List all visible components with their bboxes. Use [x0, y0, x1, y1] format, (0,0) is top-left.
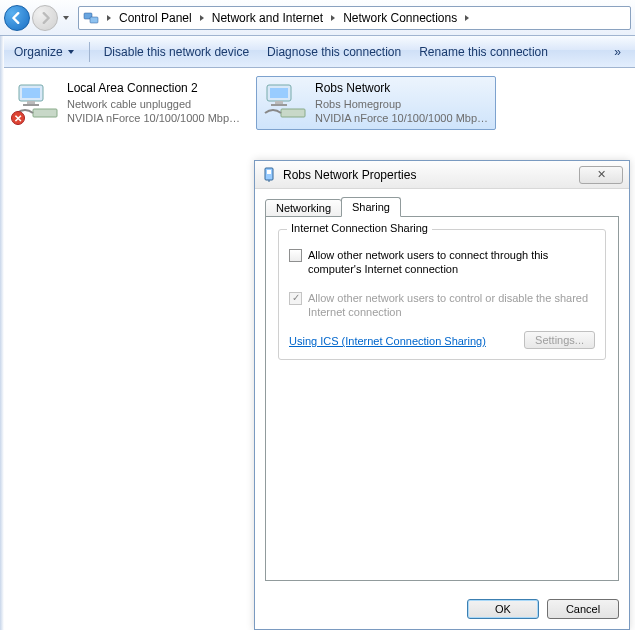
svg-rect-9 [275, 101, 283, 104]
forward-button [32, 5, 58, 31]
svg-rect-8 [270, 88, 288, 98]
separator [89, 42, 90, 62]
toolbar-overflow-button[interactable]: » [606, 41, 629, 63]
back-button[interactable] [4, 5, 30, 31]
recent-pages-dropdown[interactable] [60, 14, 72, 22]
tab-networking[interactable]: Networking [265, 199, 342, 217]
close-button[interactable]: ✕ [579, 166, 623, 184]
allow-connect-label: Allow other network users to connect thr… [308, 248, 595, 277]
ics-help-link[interactable]: Using ICS (Internet Connection Sharing) [289, 335, 486, 347]
tab-strip: Networking Sharing [265, 197, 619, 217]
svg-rect-13 [267, 170, 271, 174]
properties-dialog: Robs Network Properties ✕ Networking Sha… [254, 160, 630, 630]
chevron-right-icon[interactable] [327, 14, 339, 22]
network-icon [261, 167, 277, 183]
svg-rect-1 [90, 17, 98, 23]
disable-device-button[interactable]: Disable this network device [96, 41, 257, 63]
allow-control-checkbox: ✓ [289, 292, 302, 305]
tab-sharing[interactable]: Sharing [341, 197, 401, 217]
svg-rect-11 [281, 109, 305, 117]
connection-device: NVIDIA nForce 10/100/1000 Mbps... [315, 111, 491, 125]
connection-item[interactable]: Robs Network Robs Homegroup NVIDIA nForc… [256, 76, 496, 130]
tab-page-sharing: Internet Connection Sharing Allow other … [265, 216, 619, 581]
error-badge-icon: ✕ [11, 111, 25, 125]
navigation-bar: Control Panel Network and Internet Netwo… [0, 0, 635, 36]
breadcrumb-network-connections[interactable]: Network Connections [339, 7, 461, 29]
allow-control-label: Allow other network users to control or … [308, 291, 595, 320]
group-title: Internet Connection Sharing [287, 222, 432, 234]
dialog-title: Robs Network Properties [283, 168, 579, 182]
connection-name: Robs Network [315, 81, 491, 97]
network-adapter-icon [261, 81, 309, 123]
svg-rect-3 [22, 88, 40, 98]
allow-connect-checkbox[interactable] [289, 249, 302, 262]
chevron-right-icon[interactable] [461, 14, 473, 22]
diagnose-connection-button[interactable]: Diagnose this connection [259, 41, 409, 63]
svg-rect-5 [23, 104, 39, 106]
dialog-titlebar[interactable]: Robs Network Properties ✕ [255, 161, 629, 189]
connection-item[interactable]: ✕ Local Area Connection 2 Network cable … [8, 76, 248, 130]
connection-status: Network cable unplugged [67, 97, 243, 111]
breadcrumb-network-internet[interactable]: Network and Internet [208, 7, 327, 29]
svg-rect-4 [27, 101, 35, 104]
organize-button[interactable]: Organize [6, 41, 83, 63]
check-icon: ✓ [292, 293, 300, 303]
chevron-right-icon[interactable] [103, 14, 115, 22]
breadcrumb-control-panel[interactable]: Control Panel [115, 7, 196, 29]
chevron-right-icon[interactable] [196, 14, 208, 22]
connections-list: ✕ Local Area Connection 2 Network cable … [0, 68, 635, 138]
address-bar[interactable]: Control Panel Network and Internet Netwo… [78, 6, 631, 30]
svg-rect-6 [33, 109, 57, 117]
ics-group: Internet Connection Sharing Allow other … [278, 229, 606, 360]
dialog-footer: OK Cancel [255, 589, 629, 629]
connection-status: Robs Homegroup [315, 97, 491, 111]
svg-rect-10 [271, 104, 287, 106]
cancel-button[interactable]: Cancel [547, 599, 619, 619]
settings-button: Settings... [524, 331, 595, 349]
rename-connection-button[interactable]: Rename this connection [411, 41, 556, 63]
connection-device: NVIDIA nForce 10/100/1000 Mbps... [67, 111, 243, 125]
dropdown-arrow-icon [67, 45, 75, 59]
ok-button[interactable]: OK [467, 599, 539, 619]
network-adapter-icon: ✕ [13, 81, 61, 123]
network-connections-icon [81, 8, 101, 28]
command-toolbar: Organize Disable this network device Dia… [0, 36, 635, 68]
organize-label: Organize [14, 45, 63, 59]
connection-name: Local Area Connection 2 [67, 81, 243, 97]
